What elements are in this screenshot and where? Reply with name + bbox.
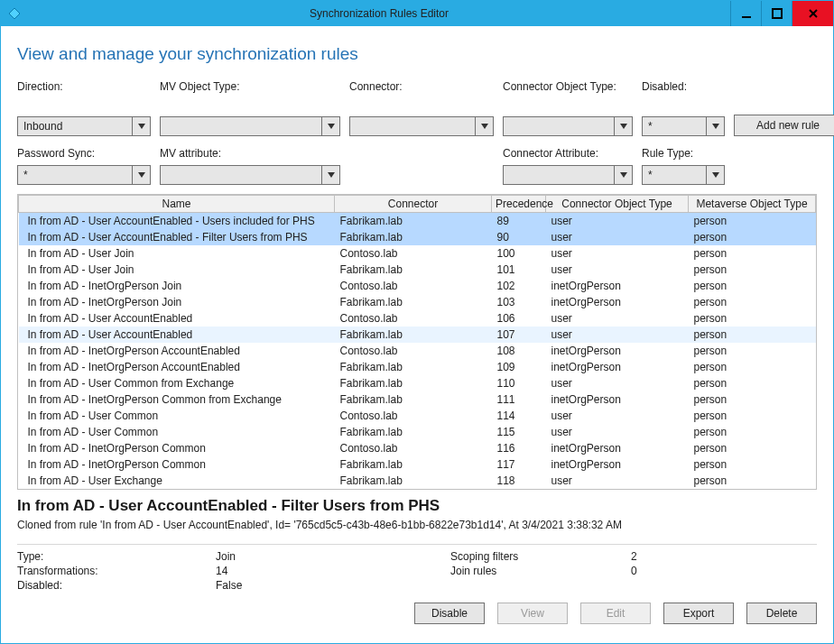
- window-title: Synchronization Rules Editor: [28, 7, 730, 20]
- connector-object-type-select[interactable]: [503, 116, 633, 136]
- col-connector[interactable]: Connector: [335, 196, 492, 213]
- disabled-select[interactable]: *: [642, 116, 725, 136]
- direction-select[interactable]: Inbound: [17, 116, 151, 136]
- view-button[interactable]: View: [497, 603, 568, 624]
- chevron-down-icon: [706, 166, 724, 184]
- disabled-value: *: [648, 120, 653, 133]
- table-row[interactable]: In from AD - User AccountEnabledFabrikam…: [19, 327, 816, 343]
- detail-scoping-value: 2: [631, 550, 703, 563]
- table-row[interactable]: In from AD - InetOrgPerson AccountEnable…: [19, 343, 816, 359]
- cell-precedence: 89: [492, 213, 546, 230]
- cell-connector-object-type: inetOrgPerson: [546, 456, 689, 473]
- rule-type-select[interactable]: *: [642, 165, 725, 185]
- cell-connector-object-type: inetOrgPerson: [546, 294, 689, 310]
- cell-name: In from AD - User Common: [19, 408, 335, 424]
- detail-type-label: Type:: [17, 550, 216, 563]
- add-new-rule-button[interactable]: Add new rule: [734, 115, 834, 136]
- close-button[interactable]: [792, 1, 833, 26]
- table-row[interactable]: In from AD - InetOrgPerson AccountEnable…: [19, 359, 816, 375]
- cell-connector-object-type: user: [546, 310, 689, 327]
- maximize-button[interactable]: [761, 1, 792, 26]
- table-row[interactable]: In from AD - User ExchangeFabrikam.lab11…: [19, 473, 816, 489]
- detail-joinrules-value: 0: [631, 565, 703, 577]
- export-button[interactable]: Export: [663, 603, 734, 624]
- connector-select[interactable]: [349, 116, 494, 136]
- table-row[interactable]: In from AD - InetOrgPerson JoinFabrikam.…: [19, 294, 816, 310]
- connector-attribute-select[interactable]: [503, 165, 633, 185]
- table-row[interactable]: In from AD - InetOrgPerson JoinContoso.l…: [19, 278, 816, 294]
- col-precedence[interactable]: Precedence: [492, 196, 546, 213]
- connector-object-type-label: Connector Object Type:: [503, 80, 633, 93]
- mv-object-type-select[interactable]: [160, 116, 340, 136]
- edit-button[interactable]: Edit: [580, 603, 651, 624]
- cell-metaverse-object-type: person: [689, 310, 816, 327]
- cell-connector: Contoso.lab: [335, 408, 492, 424]
- rules-table[interactable]: Name Connector Precedence Connector Obje…: [17, 194, 817, 490]
- titlebar[interactable]: Synchronization Rules Editor: [1, 1, 833, 26]
- chevron-down-icon: [132, 166, 150, 184]
- cell-name: In from AD - User AccountEnabled: [19, 310, 335, 327]
- cell-name: In from AD - User AccountEnabled - Filte…: [19, 229, 335, 245]
- cell-metaverse-object-type: person: [689, 343, 816, 359]
- chevron-down-icon: [614, 117, 632, 135]
- cell-name: In from AD - User Exchange: [19, 473, 335, 489]
- cell-connector-object-type: inetOrgPerson: [546, 440, 689, 456]
- cell-connector: Fabrikam.lab: [335, 424, 492, 440]
- col-metaverse-object-type[interactable]: Metaverse Object Type: [689, 196, 816, 213]
- table-row[interactable]: In from AD - User AccountEnabled - Users…: [19, 213, 816, 230]
- mv-object-type-label: MV Object Type:: [160, 80, 340, 93]
- cell-precedence: 108: [492, 343, 546, 359]
- detail-disabled-value: False: [216, 579, 450, 592]
- cell-name: In from AD - InetOrgPerson Common: [19, 440, 335, 456]
- svg-marker-6: [328, 124, 335, 129]
- cell-connector: Fabrikam.lab: [335, 473, 492, 489]
- password-sync-select[interactable]: *: [17, 165, 151, 185]
- cell-connector-object-type: user: [546, 408, 689, 424]
- rule-detail-heading: In from AD - User AccountEnabled - Filte…: [17, 497, 817, 515]
- col-connector-object-type[interactable]: Connector Object Type: [546, 196, 689, 213]
- cell-connector-object-type: user: [546, 262, 689, 278]
- table-row[interactable]: In from AD - User AccountEnabled - Filte…: [19, 229, 816, 245]
- table-row[interactable]: In from AD - InetOrgPerson Common from E…: [19, 391, 816, 408]
- table-row[interactable]: In from AD - User CommonContoso.lab114us…: [19, 408, 816, 424]
- cell-connector: Fabrikam.lab: [335, 359, 492, 375]
- cell-precedence: 110: [492, 375, 546, 391]
- connector-attribute-label: Connector Attribute:: [503, 147, 633, 160]
- cell-precedence: 90: [492, 229, 546, 245]
- svg-marker-10: [138, 172, 145, 178]
- svg-marker-5: [138, 124, 145, 129]
- password-sync-value: *: [23, 169, 28, 181]
- cell-metaverse-object-type: person: [689, 278, 816, 294]
- detail-transformations-label: Transformations:: [17, 565, 216, 577]
- cell-name: In from AD - User AccountEnabled - Users…: [19, 213, 335, 230]
- col-name[interactable]: Name: [19, 196, 335, 213]
- cell-connector-object-type: inetOrgPerson: [546, 391, 689, 408]
- cell-name: In from AD - InetOrgPerson Common from E…: [19, 391, 335, 408]
- cell-connector: Fabrikam.lab: [335, 375, 492, 391]
- cell-metaverse-object-type: person: [689, 229, 816, 245]
- cell-connector-object-type: inetOrgPerson: [546, 278, 689, 294]
- svg-marker-7: [481, 124, 488, 129]
- disable-button[interactable]: Disable: [414, 603, 485, 624]
- mv-attribute-select[interactable]: [160, 165, 340, 185]
- table-row[interactable]: In from AD - User CommonFabrikam.lab115u…: [19, 424, 816, 440]
- svg-rect-2: [773, 9, 782, 18]
- cell-name: In from AD - InetOrgPerson AccountEnable…: [19, 359, 335, 375]
- cell-connector-object-type: user: [546, 213, 689, 230]
- cell-connector: Fabrikam.lab: [335, 391, 492, 408]
- minimize-button[interactable]: [730, 1, 761, 26]
- table-row[interactable]: In from AD - InetOrgPerson CommonFabrika…: [19, 456, 816, 473]
- rule-type-value: *: [648, 169, 653, 181]
- table-row[interactable]: In from AD - User JoinFabrikam.lab101use…: [19, 262, 816, 278]
- table-row[interactable]: In from AD - InetOrgPerson CommonContoso…: [19, 440, 816, 456]
- detail-type-value: Join: [216, 550, 450, 563]
- cell-name: In from AD - InetOrgPerson AccountEnable…: [19, 343, 335, 359]
- delete-button[interactable]: Delete: [746, 603, 817, 624]
- table-row[interactable]: In from AD - User Common from ExchangeFa…: [19, 375, 816, 391]
- table-row[interactable]: In from AD - User JoinContoso.lab100user…: [19, 245, 816, 262]
- table-row[interactable]: In from AD - User AccountEnabledContoso.…: [19, 310, 816, 327]
- svg-marker-9: [712, 124, 719, 129]
- cell-precedence: 103: [492, 294, 546, 310]
- cell-metaverse-object-type: person: [689, 391, 816, 408]
- cell-metaverse-object-type: person: [689, 327, 816, 343]
